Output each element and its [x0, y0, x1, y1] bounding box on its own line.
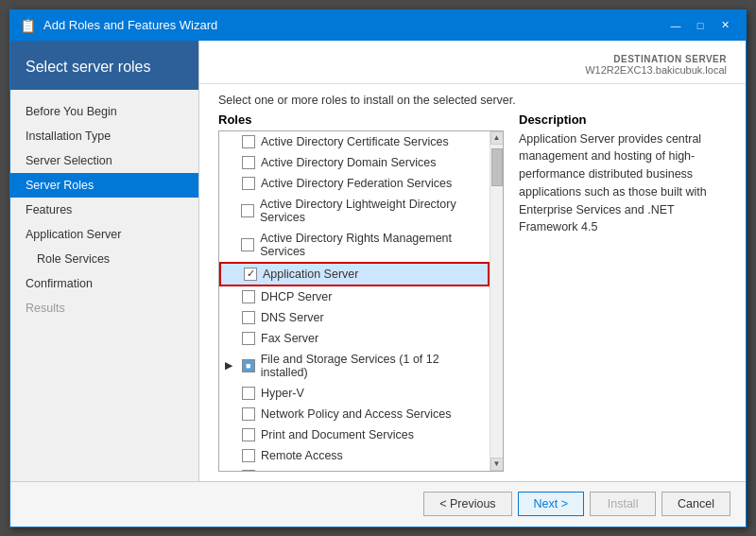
role-item-rds[interactable]: Remote Desktop Services	[219, 466, 490, 472]
main-header: DESTINATION SERVER W12R2EXC13.bakicubuk.…	[199, 41, 746, 84]
checkbox-rds[interactable]	[242, 470, 255, 472]
role-label-print-doc: Print and Document Services	[261, 428, 414, 441]
role-item-npas[interactable]: Network Policy and Access Services	[219, 404, 490, 424]
scroll-track	[490, 145, 503, 458]
role-label-fax: Fax Server	[261, 332, 318, 345]
roles-column: Roles Active Directory Certificate Servi…	[218, 112, 504, 472]
sidebar-item-before-you-begin[interactable]: Before You Begin	[10, 99, 198, 124]
role-item-adcs[interactable]: Active Directory Certificate Services	[219, 131, 490, 152]
content-area: Select server roles Before You Begin Ins…	[10, 41, 746, 481]
role-item-adlds[interactable]: Active Directory Lightweight Directory S…	[219, 194, 490, 228]
role-label-rds: Remote Desktop Services	[261, 470, 398, 472]
sidebar-header: Select server roles	[10, 41, 198, 91]
destination-label: DESTINATION SERVER	[585, 54, 727, 64]
checkbox-print-doc[interactable]	[242, 428, 255, 441]
next-button[interactable]: Next >	[518, 492, 584, 516]
role-label-file-storage: File and Storage Services (1 of 12 insta…	[261, 353, 484, 379]
expand-placeholder	[225, 136, 236, 147]
maximize-button[interactable]: □	[689, 16, 712, 35]
checkbox-adds[interactable]	[242, 156, 255, 169]
sidebar-item-server-roles[interactable]: Server Roles	[10, 173, 198, 198]
role-item-dhcp[interactable]: DHCP Server	[219, 286, 490, 307]
role-label-dns: DNS Server	[261, 311, 324, 324]
main-window: 📋 Add Roles and Features Wizard — □ ✕ Se…	[9, 9, 747, 527]
window-icon: 📋	[20, 18, 36, 33]
expand-placeholder	[225, 178, 236, 188]
role-item-adfs[interactable]: Active Directory Federation Services	[219, 173, 490, 194]
expand-placeholder	[225, 408, 236, 419]
roles-column-header: Roles	[218, 112, 504, 127]
destination-info: DESTINATION SERVER W12R2EXC13.bakicubuk.…	[585, 54, 727, 76]
checkbox-fax[interactable]	[242, 332, 255, 345]
scroll-thumb[interactable]	[491, 148, 503, 186]
title-bar-buttons: — □ ✕	[664, 16, 736, 35]
role-label-adds: Active Directory Domain Services	[261, 156, 436, 169]
checkbox-adlds[interactable]	[241, 204, 254, 217]
previous-button[interactable]: < Previous	[423, 492, 511, 516]
role-item-print-doc[interactable]: Print and Document Services	[219, 424, 490, 445]
role-item-adds[interactable]: Active Directory Domain Services	[219, 152, 490, 173]
role-label-adlds: Active Directory Lightweight Directory S…	[260, 198, 484, 224]
expand-placeholder	[225, 471, 236, 472]
checkbox-adrms[interactable]	[241, 238, 254, 251]
checkbox-dns[interactable]	[242, 311, 255, 324]
expand-placeholder	[225, 157, 236, 167]
window-title: Add Roles and Features Wizard	[43, 18, 217, 32]
instructions: Select one or more roles to install on t…	[199, 84, 746, 112]
minimize-button[interactable]: —	[664, 16, 687, 35]
role-item-adrms[interactable]: Active Directory Rights Management Servi…	[219, 228, 490, 262]
expand-placeholder	[225, 205, 235, 216]
checkbox-dhcp[interactable]	[242, 290, 255, 303]
expand-placeholder	[225, 291, 236, 302]
checkbox-file-storage[interactable]: ■	[242, 359, 255, 372]
roles-area: Roles Active Directory Certificate Servi…	[199, 112, 746, 481]
role-label-adrms: Active Directory Rights Management Servi…	[260, 232, 484, 258]
expand-placeholder	[225, 239, 235, 250]
install-button[interactable]: Install	[590, 492, 656, 516]
role-item-remote-access[interactable]: Remote Access	[219, 445, 490, 466]
sidebar-item-confirmation[interactable]: Confirmation	[10, 271, 198, 296]
checkbox-hyper-v[interactable]	[242, 387, 255, 400]
sidebar-item-role-services[interactable]: Role Services	[10, 247, 198, 271]
scroll-down-arrow[interactable]: ▼	[490, 458, 504, 471]
role-label-remote-access: Remote Access	[261, 449, 343, 462]
description-text: Application Server provides central mana…	[519, 130, 727, 237]
role-item-dns[interactable]: DNS Server	[219, 307, 490, 328]
roles-list-wrapper: Active Directory Certificate Services Ac…	[218, 130, 504, 472]
role-label-hyper-v: Hyper-V	[261, 387, 304, 400]
checkbox-adcs[interactable]	[242, 135, 255, 148]
role-item-file-storage[interactable]: ▶ ■ File and Storage Services (1 of 12 i…	[219, 349, 490, 383]
sidebar-item-features[interactable]: Features	[10, 198, 198, 222]
role-label-adcs: Active Directory Certificate Services	[261, 135, 449, 148]
scroll-up-arrow[interactable]: ▲	[490, 131, 504, 145]
expand-placeholder	[225, 429, 236, 440]
roles-scroll-content: Active Directory Certificate Services Ac…	[219, 131, 490, 472]
close-button[interactable]: ✕	[713, 16, 736, 35]
title-bar: 📋 Add Roles and Features Wizard — □ ✕	[10, 10, 746, 41]
destination-server: W12R2EXC13.bakicubuk.local	[585, 64, 727, 76]
expand-placeholder	[227, 268, 238, 279]
cancel-button[interactable]: Cancel	[662, 492, 730, 516]
role-label-dhcp: DHCP Server	[261, 290, 332, 303]
expand-arrow-file-storage[interactable]: ▶	[225, 360, 236, 371]
checkbox-remote-access[interactable]	[242, 449, 255, 462]
scrollbar[interactable]: ▲ ▼	[490, 131, 503, 471]
expand-placeholder	[225, 450, 236, 460]
sidebar-nav: Before You Begin Installation Type Serve…	[10, 90, 198, 320]
expand-placeholder	[225, 388, 236, 398]
sidebar-item-server-selection[interactable]: Server Selection	[10, 148, 198, 173]
checkbox-app-server[interactable]: ✓	[244, 268, 257, 281]
footer: < Previous Next > Install Cancel	[10, 481, 746, 527]
title-bar-left: 📋 Add Roles and Features Wizard	[20, 18, 217, 33]
sidebar-item-application-server[interactable]: Application Server	[10, 222, 198, 247]
role-item-app-server[interactable]: ✓ Application Server	[219, 262, 490, 286]
expand-placeholder	[225, 333, 236, 343]
sidebar-item-results[interactable]: Results	[10, 296, 198, 320]
checkbox-adfs[interactable]	[242, 177, 255, 190]
role-item-hyper-v[interactable]: Hyper-V	[219, 383, 490, 404]
role-label-adfs: Active Directory Federation Services	[261, 177, 452, 190]
role-item-fax[interactable]: Fax Server	[219, 328, 490, 349]
description-column: Description Application Server provides …	[519, 112, 727, 472]
sidebar-item-installation-type[interactable]: Installation Type	[10, 124, 198, 148]
checkbox-npas[interactable]	[242, 407, 255, 421]
